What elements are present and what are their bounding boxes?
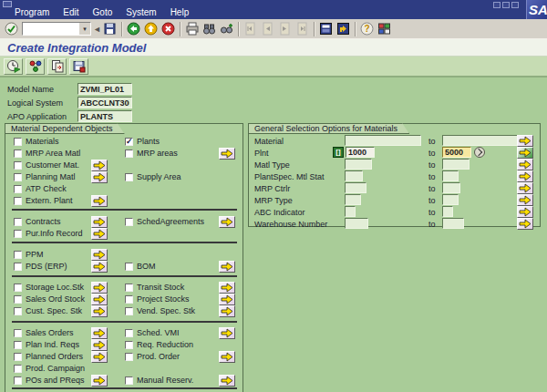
warehouse-to-input[interactable] [442,218,464,229]
multiple-selection-button[interactable] [91,375,108,387]
command-input[interactable] [23,23,79,35]
multiple-selection-button[interactable] [219,261,235,273]
checkbox-mrp-areas[interactable] [125,150,133,158]
checkbox-atp-check[interactable] [14,185,22,193]
checkbox-customer-mat[interactable] [14,161,22,170]
mrp-type-to-input[interactable] [442,194,459,205]
multiple-selection-button[interactable] [91,195,108,207]
plantspec-to-input[interactable] [442,170,459,181]
checkbox-plants[interactable] [125,138,133,146]
checkbox-cust-spec-stk[interactable] [14,307,22,315]
close-button[interactable] [511,2,519,8]
checkbox-plan-ind-reqs[interactable] [14,341,22,349]
checkbox-planned-orders[interactable] [14,353,22,361]
multiple-selection-button[interactable] [219,305,235,317]
abc-indicator-to-input[interactable] [442,206,453,217]
print-button[interactable] [183,21,201,37]
save-variant-button[interactable] [69,58,88,75]
mrp-ctrlr-from-input[interactable] [345,182,366,193]
command-history-icon[interactable]: ▾ [79,23,90,35]
multiple-selection-button[interactable] [91,171,108,183]
multiple-selection-button[interactable] [517,206,533,218]
last-page-button[interactable] [294,21,311,37]
logical-system-input[interactable] [77,97,132,108]
checkbox-pds-erp[interactable] [14,263,22,271]
multiple-selection-button[interactable] [91,351,108,363]
multiple-selection-button[interactable] [91,261,108,273]
help-button[interactable]: ? [358,21,376,37]
next-page-button[interactable] [276,21,294,37]
menu-edit[interactable]: Edit [63,7,78,17]
new-session-button[interactable] [317,21,335,37]
consistency-check-button[interactable] [26,58,45,75]
find-button[interactable] [201,21,218,37]
cancel-button[interactable] [160,21,177,37]
exit-button[interactable] [142,21,160,37]
multiple-selection-button[interactable] [219,148,235,160]
minimize-button[interactable] [493,2,501,8]
checkbox-sales-ord-stock[interactable] [14,295,22,304]
menu-program[interactable]: Program [15,7,49,17]
multiple-selection-button[interactable] [517,159,533,170]
enter-button[interactable] [3,21,20,37]
multiple-selection-button[interactable] [517,182,533,194]
multiple-selection-button[interactable] [91,294,108,305]
mrp-type-from-input[interactable] [345,194,361,205]
checkbox-vend-spec-stk[interactable] [125,307,133,315]
multiple-selection-button[interactable] [91,305,108,317]
create-shortcut-button[interactable] [335,21,352,37]
matl-type-to-input[interactable] [442,159,470,170]
apo-application-input[interactable] [77,110,132,122]
multiple-selection-button[interactable] [91,160,108,171]
copy-model-button[interactable] [47,58,67,75]
multiple-selection-button[interactable] [219,327,235,339]
execute-button[interactable] [4,58,23,75]
multiple-selection-button[interactable] [91,228,108,240]
previous-page-button[interactable] [259,21,276,37]
checkbox-transit-stock[interactable] [125,284,133,292]
multiple-selection-button[interactable] [219,216,235,228]
multiple-selection-button[interactable] [517,135,533,147]
material-from-input[interactable] [345,135,421,146]
checkbox-mrp-area-matl[interactable] [14,150,22,158]
multiple-selection-button[interactable] [91,249,108,261]
menu-help[interactable]: Help [170,7,190,17]
checkbox-manual-reserv[interactable] [125,377,133,385]
first-page-button[interactable] [242,21,259,37]
checkbox-extern-plant[interactable] [14,197,22,205]
multiple-selection-button[interactable] [219,375,235,387]
checkbox-pur-info-record[interactable] [14,230,22,238]
checkbox-schedagreements[interactable] [125,218,133,226]
checkbox-supply-area[interactable] [125,173,133,181]
plantspec-from-input[interactable] [345,170,363,181]
warehouse-from-input[interactable] [345,218,368,229]
checkbox-contracts[interactable] [14,218,22,226]
checkbox-ppm[interactable] [14,251,22,259]
customize-layout-button[interactable] [376,21,393,37]
checkbox-pos-and-preqs[interactable] [14,377,22,385]
save-button[interactable] [101,21,119,37]
menu-goto[interactable]: Goto [93,7,113,17]
checkbox-sched-vmi[interactable] [125,329,133,337]
multiple-selection-button[interactable] [91,327,108,339]
menu-system[interactable]: System [126,7,156,17]
matl-type-from-input[interactable] [345,159,372,170]
multiple-selection-button[interactable] [517,194,533,206]
multiple-selection-button[interactable] [91,216,108,228]
possible-entries-icon[interactable] [474,147,485,158]
checkbox-prod-campaign[interactable] [14,365,22,373]
material-to-input[interactable] [442,135,519,146]
checkbox-prod-order[interactable] [125,353,133,361]
multiple-selection-button[interactable] [91,339,108,351]
mrp-ctrlr-to-input[interactable] [442,182,460,193]
multiple-selection-button[interactable] [517,218,533,230]
checkbox-storage-loc-stk[interactable] [14,284,22,292]
checkbox-req-reduction[interactable] [125,341,133,349]
checkbox-sales-orders[interactable] [14,329,22,337]
back-button[interactable] [125,21,142,37]
checkbox-planning-matl[interactable] [14,173,22,181]
model-name-input[interactable] [77,83,132,95]
plnt-from-input[interactable] [346,147,375,158]
multiple-selection-button[interactable] [219,351,235,363]
checkbox-bom[interactable] [125,263,133,271]
